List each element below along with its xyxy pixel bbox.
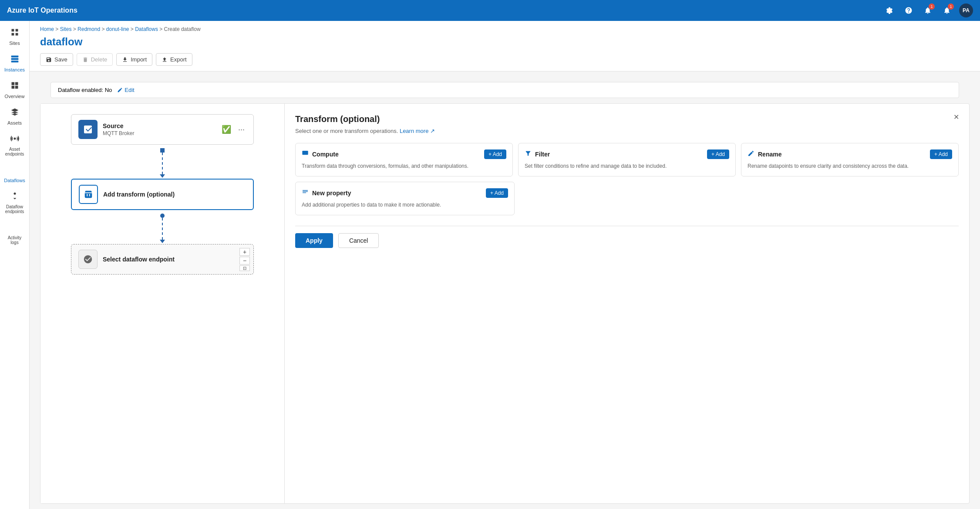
rename-icon — [748, 150, 754, 159]
destination-node-title: Select dataflow endpoint — [103, 256, 246, 263]
source-node[interactable]: Source MQTT Broker ✅ ··· — [71, 114, 254, 145]
sidebar-label-overview: Overview — [5, 94, 25, 99]
dataflow-status-text: Dataflow enabled: No — [58, 87, 112, 93]
rename-card: Rename + Add Rename datapoints to ensure… — [741, 143, 959, 176]
apply-button[interactable]: Apply — [295, 233, 333, 248]
svg-point-8 — [13, 193, 16, 195]
connector-line-2 — [162, 218, 163, 240]
transform-cards-row2: New property + Add Add additional proper… — [295, 182, 959, 215]
sidebar-item-assets[interactable]: Assets — [2, 104, 28, 129]
filter-card: Filter + Add Set filter conditions to re… — [518, 143, 736, 176]
connector-arrow-1 — [160, 174, 165, 178]
export-button[interactable]: Export — [156, 53, 192, 66]
filter-card-desc: Set filter conditions to refine and mana… — [525, 163, 729, 170]
notification1-icon-btn[interactable]: 1 — [921, 3, 935, 17]
sidebar-item-activity-logs[interactable]: Activity logs — [2, 219, 28, 248]
breadcrumb: Home > Sites > Redmond > donut-line > Da… — [40, 26, 970, 32]
settings-icon-btn[interactable] — [882, 3, 896, 17]
overview-icon — [10, 81, 19, 92]
new-property-card-header: New property + Add — [302, 188, 508, 198]
breadcrumb-sites[interactable]: Sites — [60, 26, 72, 32]
notification1-badge: 1 — [929, 3, 935, 10]
svg-rect-1 — [15, 29, 18, 32]
breadcrumb-dataflows[interactable]: Dataflows — [135, 26, 158, 32]
edit-link[interactable]: Edit — [117, 87, 134, 93]
destination-node-info: Select dataflow endpoint — [103, 256, 246, 263]
sidebar-item-sites[interactable]: Sites — [2, 24, 28, 49]
source-icon-box — [78, 120, 98, 139]
edit-icon — [117, 87, 123, 93]
learn-more-link[interactable]: Learn more ↗ — [400, 128, 435, 134]
help-icon-btn[interactable] — [902, 3, 916, 17]
save-button[interactable]: Save — [40, 53, 73, 66]
sidebar-item-asset-endpoints[interactable]: Asset endpoints — [2, 131, 28, 160]
breadcrumb-current: Create dataflow — [164, 26, 201, 32]
new-property-card-desc: Add additional properties to data to mak… — [302, 201, 508, 209]
zoom-fit-button[interactable]: ⊡ — [239, 265, 250, 271]
transform-cards-row1: Compute + Add Transform data through con… — [295, 143, 959, 176]
zoom-in-button[interactable]: + — [239, 248, 250, 256]
breadcrumb-home[interactable]: Home — [40, 26, 54, 32]
cancel-button[interactable]: Cancel — [338, 233, 379, 248]
panel-close-button[interactable]: ✕ — [950, 111, 962, 123]
compute-card-header: Compute + Add — [302, 149, 506, 159]
filter-card-header: Filter + Add — [525, 149, 729, 159]
delete-icon — [82, 57, 88, 63]
sidebar: Sites Instances Overview Assets Asset en… — [0, 21, 30, 509]
new-property-card: New property + Add Add additional proper… — [295, 182, 515, 215]
connector-dot-mid — [160, 214, 165, 218]
delete-button[interactable]: Delete — [77, 53, 113, 66]
sidebar-item-overview[interactable]: Overview — [2, 78, 28, 102]
filter-add-button[interactable]: + Add — [707, 149, 729, 159]
transform-node[interactable]: Add transform (optional) — [71, 179, 254, 210]
compute-add-button[interactable]: + Add — [484, 149, 506, 159]
notification2-badge: 1 — [948, 3, 954, 10]
svg-rect-6 — [11, 61, 18, 62]
sidebar-label-activity-logs: Activity logs — [3, 235, 26, 245]
connector-2 — [71, 214, 254, 244]
rename-card-desc: Rename datapoints to ensure clarity and … — [748, 163, 952, 170]
save-icon — [46, 57, 52, 63]
sidebar-label-sites: Sites — [9, 41, 20, 46]
filter-icon — [525, 150, 532, 159]
asset-endpoints-icon — [10, 134, 19, 145]
svg-rect-2 — [11, 33, 14, 36]
breadcrumb-redmond[interactable]: Redmond — [77, 26, 100, 32]
rename-card-header: Rename + Add — [748, 149, 952, 159]
destination-node[interactable]: Select dataflow endpoint + − ⊡ — [71, 244, 254, 275]
svg-rect-5 — [11, 58, 18, 60]
rename-add-button[interactable]: + Add — [930, 149, 952, 159]
transform-icon-box — [79, 185, 98, 204]
sidebar-label-assets: Assets — [7, 120, 22, 126]
zoom-out-button[interactable]: − — [239, 257, 250, 265]
new-property-add-button[interactable]: + Add — [486, 188, 508, 198]
connector-arrow-2 — [160, 240, 165, 243]
new-property-icon — [302, 189, 309, 197]
connector-dot-top — [160, 148, 165, 153]
source-menu-icon[interactable]: ··· — [236, 123, 246, 136]
sidebar-item-instances[interactable]: Instances — [2, 51, 28, 76]
transform-node-info: Add transform (optional) — [103, 191, 246, 198]
breadcrumb-donut-line[interactable]: donut-line — [106, 26, 129, 32]
svg-rect-4 — [11, 56, 18, 58]
dataflows-icon — [10, 165, 19, 176]
workflow-container: Source MQTT Broker ✅ ··· — [40, 103, 970, 504]
import-button[interactable]: Import — [116, 53, 152, 66]
rename-card-title: Rename — [748, 150, 781, 159]
assets-icon — [10, 108, 19, 119]
compute-card-title: Compute — [302, 150, 339, 159]
import-icon — [122, 57, 128, 63]
new-property-card-title: New property — [302, 189, 351, 197]
connector-line-1 — [162, 153, 163, 174]
connector-inner-1 — [160, 148, 165, 179]
user-avatar[interactable]: PA — [959, 3, 973, 17]
instances-icon — [10, 54, 19, 65]
notification2-icon-btn[interactable]: 1 — [940, 3, 954, 17]
sidebar-item-dataflow-endpoints[interactable]: Dataflow endpoints — [2, 188, 28, 217]
page-header: Home > Sites > Redmond > donut-line > Da… — [30, 21, 980, 71]
flow-canvas: Source MQTT Broker ✅ ··· — [40, 104, 284, 503]
svg-rect-3 — [15, 33, 18, 36]
sidebar-item-dataflows[interactable]: Dataflows — [2, 162, 28, 187]
compute-icon — [302, 150, 309, 159]
sidebar-label-dataflows: Dataflows — [4, 178, 25, 183]
